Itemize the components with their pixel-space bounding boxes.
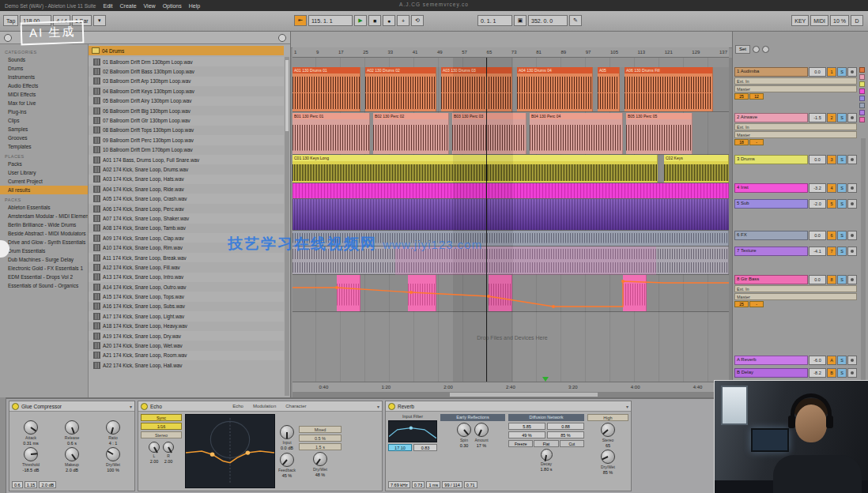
- browser-file-row[interactable]: A09 174 Kick, Snare Loop, Clap.wav: [89, 233, 284, 243]
- echo-display[interactable]: [185, 414, 275, 488]
- sidebar-item[interactable]: Samples: [0, 125, 88, 134]
- playhead[interactable]: [486, 58, 487, 382]
- arrangement-clip[interactable]: [623, 275, 647, 311]
- track-name[interactable]: 6 FX: [734, 231, 808, 240]
- browser-file-row[interactable]: 02 Ballroom Drift Bass 130bpm Loop.wav: [89, 66, 284, 76]
- browser-scrollbar-thumb[interactable]: [285, 60, 289, 131]
- browser-file-row[interactable]: A08 174 Kick, Snare Loop, Tamb.wav: [89, 224, 284, 233]
- browser-file-row[interactable]: A20 174 Kick, Snare Loop, Wet.wav: [89, 341, 284, 350]
- automation-arm-button[interactable]: ⟲: [411, 15, 424, 26]
- track-activator-button[interactable]: 8: [827, 275, 836, 284]
- knob-dial[interactable]: [280, 453, 294, 467]
- device-title-bar[interactable]: Reverb ▾: [386, 401, 631, 412]
- track-arm-button[interactable]: [847, 155, 857, 164]
- menu-item[interactable]: Edit: [104, 3, 113, 9]
- knob-value[interactable]: 45 %: [282, 473, 292, 478]
- echo-channel-mode[interactable]: Stereo: [141, 431, 182, 438]
- menu-item[interactable]: Options: [163, 3, 182, 9]
- menu-item[interactable]: View: [144, 3, 156, 9]
- track-activator-button[interactable]: 7: [827, 246, 836, 256]
- device-on-icon[interactable]: [12, 403, 19, 410]
- value-box[interactable]: 0.73: [412, 481, 425, 488]
- set-box[interactable]: Set: [735, 45, 750, 54]
- device-on-icon[interactable]: [141, 403, 148, 410]
- stop-button[interactable]: ■: [368, 15, 381, 26]
- horizontal-scrollbar-thumb[interactable]: [450, 393, 598, 397]
- track-volume-field[interactable]: 0.0: [809, 67, 826, 77]
- knob-dial[interactable]: [24, 447, 38, 461]
- browser-file-row[interactable]: A15 174 Kick, Snare Loop, Tops.wav: [89, 292, 284, 301]
- track-input-routing[interactable]: Ext. In: [734, 123, 857, 130]
- track-solo-button[interactable]: S: [837, 246, 847, 256]
- loop-start-field[interactable]: 0. 1. 1: [477, 15, 512, 26]
- track-arm-button[interactable]: [847, 67, 857, 77]
- track-solo-button[interactable]: S: [837, 183, 847, 193]
- value-box[interactable]: 7.69 kHz: [388, 481, 410, 488]
- sidebar-item[interactable]: All results: [0, 186, 88, 194]
- sidebar-item[interactable]: Amsterdam Modular - MIDI Elements 1: [0, 212, 88, 220]
- menu-item[interactable]: Help: [189, 3, 200, 9]
- browser-file-row[interactable]: A06 174 Kick, Snare Loop, Perc.wav: [89, 204, 284, 213]
- midi-map-button[interactable]: MIDI: [810, 15, 828, 26]
- track-volume-field[interactable]: 0.0: [809, 231, 826, 240]
- track-name[interactable]: A Reverb: [734, 356, 808, 365]
- knob-dial[interactable]: [163, 442, 174, 453]
- sidebar-item[interactable]: User Library: [0, 168, 88, 177]
- knob-value[interactable]: 0.0 dB: [281, 446, 293, 450]
- sidebar-item[interactable]: Drums: [0, 64, 88, 73]
- reverb-quality-menu[interactable]: High: [587, 414, 628, 421]
- knob-value[interactable]: 0.30: [460, 443, 469, 448]
- sends-toggle-icon[interactable]: [762, 46, 769, 53]
- knob-dial[interactable]: [24, 420, 38, 435]
- browser-file-row[interactable]: 07 Ballroom Drift Gtr 130bpm Loop.wav: [89, 115, 284, 125]
- sidebar-item[interactable]: Electronic Gold - FX Essentials 1: [0, 264, 88, 273]
- input-filter-graph[interactable]: [388, 420, 437, 442]
- browser-file-row[interactable]: A10 174 Kick, Snare Loop, Rim.wav: [89, 243, 284, 252]
- browser-file-row[interactable]: 08 Ballroom Drift Tops 130bpm Loop.wav: [89, 126, 284, 135]
- record-button[interactable]: ●: [383, 15, 395, 26]
- track-activator-button[interactable]: B: [827, 368, 836, 378]
- track-send-b[interactable]: 12: [749, 93, 764, 100]
- arrangement-scrub-area[interactable]: [291, 32, 732, 48]
- knob-dial[interactable]: [601, 423, 615, 437]
- track-output-routing[interactable]: Master: [734, 293, 857, 300]
- browser-file-row[interactable]: A12 174 Kick, Snare Loop, Fill.wav: [89, 262, 284, 272]
- browser-file-row[interactable]: 05 Ballroom Drift Airy 130bpm Loop.wav: [89, 96, 284, 106]
- track-send-a[interactable]: 25: [734, 301, 749, 307]
- sidebar-item[interactable]: Grooves: [0, 134, 88, 142]
- knob-value[interactable]: 100 %: [107, 468, 119, 472]
- sidebar-item[interactable]: EDM Essential - Drops Vol 2: [0, 273, 88, 281]
- track-solo-button[interactable]: S: [837, 155, 847, 164]
- knob-value[interactable]: 0.31 ms: [23, 441, 39, 446]
- browser-file-row[interactable]: A13 174 Kick, Snare Loop, Intro.wav: [89, 273, 284, 282]
- device-title-bar[interactable]: Echo Echo Modulation Character ▾: [138, 401, 382, 412]
- knob-value[interactable]: 65: [606, 443, 610, 448]
- track-send-b[interactable]: -: [749, 139, 764, 145]
- track-solo-button[interactable]: S: [837, 231, 847, 240]
- track-solo-button[interactable]: S: [837, 356, 847, 365]
- knob-dial[interactable]: [149, 442, 160, 453]
- knob-dial[interactable]: [65, 420, 79, 435]
- knob-dial[interactable]: [457, 423, 471, 437]
- echo-mod-field[interactable]: 1.5 s: [299, 443, 342, 450]
- arrangement-clip[interactable]: A05: [598, 67, 620, 111]
- browser-file-row[interactable]: A22 174 Kick, Snare Loop, Hall.wav: [89, 360, 284, 370]
- echo-tab[interactable]: Echo: [232, 404, 243, 408]
- browser-settings-icon[interactable]: [278, 34, 286, 42]
- value-box[interactable]: 5.85: [508, 423, 545, 430]
- track-arm-button[interactable]: [847, 183, 857, 193]
- track-name[interactable]: 5 Sub: [734, 199, 808, 209]
- echo-sync-button[interactable]: Sync: [141, 414, 182, 421]
- locator-marker-icon[interactable]: [542, 377, 549, 382]
- horizontal-scrollbar[interactable]: [292, 392, 729, 397]
- beat-time-ruler[interactable]: 1 9 17 25 33 41 49 57 65 73 81 89: [292, 47, 729, 58]
- sidebar-item[interactable]: Drive and Glow - Synth Essentials: [0, 238, 88, 246]
- browser-file-row[interactable]: A18 174 Kick, Snare Loop, Heavy.wav: [89, 322, 284, 331]
- value-box[interactable]: 0.83: [413, 444, 437, 451]
- device-fold-icon[interactable]: ▾: [626, 404, 628, 409]
- track-arm-button[interactable]: [847, 275, 857, 284]
- mixer-scrollbar[interactable]: [861, 138, 866, 390]
- knob-dial[interactable]: [541, 449, 553, 461]
- menu-item[interactable]: Create: [120, 3, 137, 9]
- track-arm-button[interactable]: [847, 246, 857, 256]
